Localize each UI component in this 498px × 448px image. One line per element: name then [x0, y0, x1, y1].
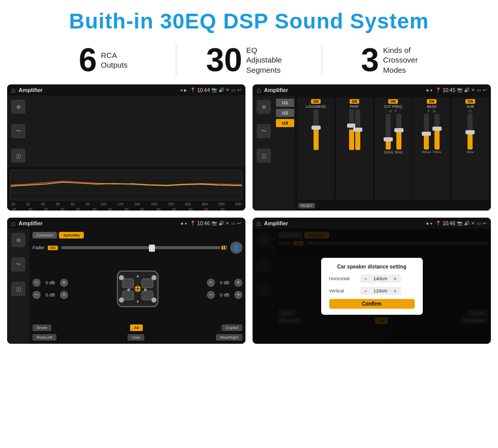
stat-number-rca: 6 — [79, 44, 97, 76]
horizontal-value: 140cm — [371, 276, 390, 281]
volume-icon-4: 🔊 — [464, 221, 470, 226]
all-btn[interactable]: All — [130, 324, 143, 331]
fader-time: 10:46 — [197, 221, 210, 226]
crossover-status-icons: 📍 10:45 📷 🔊 ✕ ▭ ↩ — [435, 87, 487, 93]
eq-icon-1[interactable]: ⚙ — [11, 100, 25, 114]
rearleft-btn[interactable]: RearLeft — [33, 334, 56, 341]
eq-slider-6[interactable]: 0 — [108, 208, 112, 211]
vertical-minus[interactable]: − — [362, 288, 369, 294]
db-value-fl: 0 dB — [42, 280, 58, 285]
specialty-tab[interactable]: Specialty — [59, 232, 83, 238]
distance-status-bar: ⌂ Amplifier ■ ● 📍 10:46 📷 🔊 ✕ ▭ ↩ — [253, 218, 491, 229]
fader-slider-container — [61, 246, 227, 250]
crossover-bottom: RESET — [297, 201, 489, 208]
db-minus-fr[interactable]: − — [207, 279, 215, 287]
eq-time: 10:44 — [197, 87, 210, 93]
u2-preset[interactable]: U2 — [276, 109, 294, 117]
home-icon[interactable]: ⌂ — [11, 86, 15, 94]
user-icon[interactable]: 👤 — [230, 242, 242, 254]
u3-preset[interactable]: U3 — [276, 119, 294, 127]
eq-slider-0[interactable]: 0 — [12, 208, 16, 211]
eq-slider-5[interactable]: 0 — [92, 208, 97, 211]
cross-icon-3[interactable]: ◫ — [257, 148, 271, 163]
vertical-plus[interactable]: + — [392, 288, 399, 294]
close-icon-2: ✕ — [471, 87, 475, 93]
fader-icon-2[interactable]: 〜 — [11, 257, 25, 272]
db-plus-rr[interactable]: + — [234, 291, 242, 299]
cross-icon-2[interactable]: 〜 — [257, 124, 271, 138]
driver-btn[interactable]: Driver — [33, 324, 51, 331]
rearright-btn[interactable]: RearRight — [216, 334, 242, 341]
horizontal-minus[interactable]: − — [362, 276, 369, 282]
home-icon-2[interactable]: ⌂ — [257, 86, 261, 94]
copilot-btn[interactable]: Copilot — [222, 324, 242, 331]
fader-icon-3[interactable]: ◫ — [11, 282, 25, 296]
crossover-reset-btn[interactable]: RESET — [298, 203, 315, 208]
db-plus-fl[interactable]: + — [60, 279, 68, 287]
crossover-screen-title: Amplifier — [264, 87, 423, 93]
eq-slider-2[interactable]: 0 — [44, 208, 48, 211]
location-icon-3: 📍 — [190, 221, 196, 226]
distance-dialog: Car speaker distance setting Horizontal … — [321, 258, 423, 315]
horizontal-plus[interactable]: + — [392, 276, 399, 282]
eq-slider-4[interactable]: 0 — [76, 208, 80, 211]
eq-slider-10[interactable]: 0 — [172, 208, 176, 211]
eq-screen-title: Amplifier — [18, 87, 177, 93]
cross-icon-1[interactable]: ⚙ — [257, 100, 271, 114]
crossover-content: ⚙ 〜 ◫ U1 U2 U3 ON LOUDNESS — [253, 96, 491, 211]
db-minus-fl[interactable]: − — [33, 279, 41, 287]
svg-text:◀: ◀ — [127, 287, 130, 292]
home-icon-3[interactable]: ⌂ — [11, 219, 15, 227]
location-icon-4: 📍 — [435, 221, 441, 226]
fader-icon-1[interactable]: ⚙ — [11, 233, 25, 247]
fader-main-area: Common Specialty Fader ON — [29, 229, 245, 344]
loudness-on[interactable]: ON — [311, 99, 321, 104]
stat-eq: 30 EQ Adjustable Segments — [176, 44, 322, 76]
user-btn[interactable]: User — [128, 334, 144, 341]
crossover-side-panel: ⚙ 〜 ◫ — [253, 96, 275, 211]
ctrl-bass: ON BASS F G 80KHz 70KHz — [413, 98, 450, 200]
preset-buttons-col: U1 U2 U3 — [275, 96, 295, 211]
svg-point-12 — [119, 275, 124, 280]
db-minus-rr[interactable]: − — [207, 291, 215, 299]
cutfreq-on[interactable]: ON — [388, 99, 398, 104]
confirm-button[interactable]: Confirm — [329, 299, 415, 309]
close-icon-3: ✕ — [226, 221, 230, 226]
vertical-stepper[interactable]: − 110cm + — [360, 287, 401, 295]
db-plus-rl[interactable]: + — [60, 291, 68, 299]
distance-screen: ⌂ Amplifier ■ ● 📍 10:46 📷 🔊 ✕ ▭ ↩ ⚙ 〜 ◫ — [253, 218, 491, 344]
eq-side-panel: ⚙ 〜 ◫ — [7, 96, 29, 167]
eq-slider-11[interactable]: -1 — [189, 208, 193, 211]
db-minus-rl[interactable]: − — [33, 291, 41, 299]
car-diagram: ▲ ▼ ◀ ▶ — [112, 268, 163, 309]
camera-icon-2: 📷 — [457, 87, 462, 93]
fader-on-badge[interactable]: ON — [48, 246, 58, 250]
db-plus-fr[interactable]: + — [234, 279, 242, 287]
home-icon-4[interactable]: ⌂ — [257, 219, 261, 227]
screenshots-grid: ⌂ Amplifier ● ▶ 📍 10:44 📷 🔊 ✕ ▭ ↩ ⚙ 〜 ◫ — [0, 84, 498, 351]
eq-icon-2[interactable]: 〜 — [11, 124, 25, 138]
horizontal-stepper[interactable]: − 140cm + — [360, 275, 401, 283]
fader-screen: ⌂ Amplifier ■ ● 📍 10:46 📷 🔊 ✕ ▭ ↩ ⚙ 〜 ◫ … — [7, 218, 245, 344]
db-control-fl: − 0 dB + — [33, 279, 68, 287]
eq-slider-8[interactable]: 0 — [140, 208, 144, 211]
eq-slider-1[interactable]: 0 — [28, 208, 33, 211]
sub-on[interactable]: ON — [465, 99, 475, 104]
eq-slider-13[interactable]: -1 — [221, 208, 225, 211]
bass-on[interactable]: ON — [427, 99, 437, 104]
phat-on[interactable]: ON — [350, 99, 359, 104]
phat-label: PHAT — [350, 105, 359, 108]
eq-icon-3[interactable]: ◫ — [11, 148, 25, 163]
svg-rect-5 — [122, 279, 134, 288]
eq-sliders: 0 0 0 5 0 — [10, 208, 242, 211]
vertical-row: Vertical − 110cm + — [329, 287, 415, 295]
window-icon-4: ▭ — [477, 221, 481, 226]
eq-slider-12[interactable]: 0 — [204, 208, 208, 211]
eq-slider-7[interactable]: 0 — [124, 208, 129, 211]
eq-slider-3[interactable]: 5 — [60, 208, 65, 211]
u1-preset[interactable]: U1 — [276, 99, 294, 107]
common-tab[interactable]: Common — [33, 232, 57, 238]
eq-slider-9[interactable]: 0 — [157, 208, 161, 211]
fader-bottom-btns: Driver All Copilot — [33, 324, 242, 331]
fader-bottom-btns-2: RearLeft User RearRight — [33, 334, 242, 341]
